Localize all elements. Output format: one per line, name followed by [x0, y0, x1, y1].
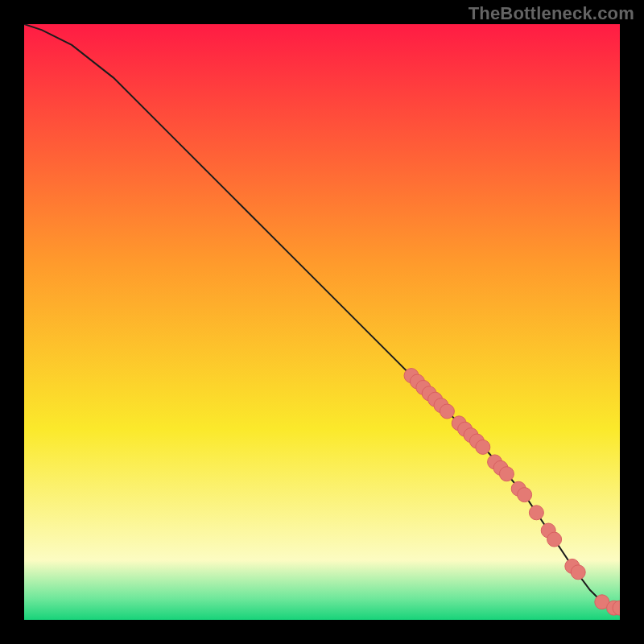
watermark-text: TheBottleneck.com — [469, 3, 634, 24]
marker-point — [440, 404, 454, 419]
marker-point — [547, 532, 562, 547]
marker-point — [529, 506, 543, 520]
marker-point — [571, 565, 585, 580]
marker-point — [476, 440, 490, 454]
bottleneck-curve-path — [24, 24, 620, 608]
curve-layer — [24, 24, 620, 620]
plot-area — [24, 24, 620, 620]
marker-point — [518, 488, 532, 502]
marker-point — [499, 467, 514, 481]
chart-frame: TheBottleneck.com — [0, 0, 644, 644]
marker-group — [404, 369, 620, 616]
